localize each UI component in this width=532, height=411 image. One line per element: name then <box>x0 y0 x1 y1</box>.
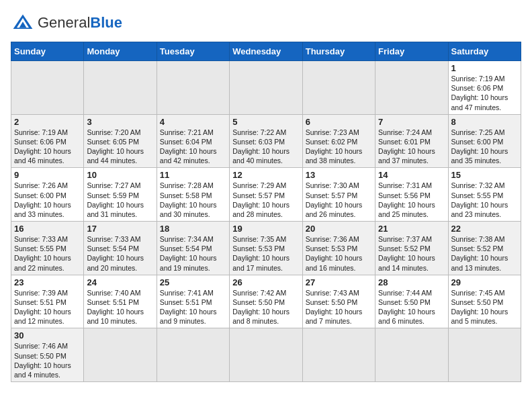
calendar-cell <box>84 61 157 115</box>
weekday-tuesday: Tuesday <box>157 42 229 61</box>
calendar-cell <box>302 61 375 115</box>
calendar-cell <box>157 328 229 382</box>
day-number: 10 <box>87 170 153 180</box>
week-row-1: 1Sunrise: 7:19 AM Sunset: 6:06 PM Daylig… <box>11 61 521 115</box>
calendar-cell <box>375 61 448 115</box>
calendar-cell: 19Sunrise: 7:35 AM Sunset: 5:53 PM Dayli… <box>230 222 302 275</box>
week-row-3: 9Sunrise: 7:26 AM Sunset: 6:00 PM Daylig… <box>11 168 521 222</box>
calendar-cell: 21Sunrise: 7:37 AM Sunset: 5:52 PM Dayli… <box>375 222 448 275</box>
generalblue-icon <box>11 11 35 35</box>
day-number: 3 <box>87 117 153 127</box>
calendar-cell <box>230 328 302 382</box>
calendar-cell: 11Sunrise: 7:28 AM Sunset: 5:58 PM Dayli… <box>157 168 229 222</box>
day-info: Sunrise: 7:37 AM Sunset: 5:52 PM Dayligh… <box>378 234 445 273</box>
weekday-header-row: SundayMondayTuesdayWednesdayThursdayFrid… <box>11 42 521 61</box>
week-row-2: 2Sunrise: 7:19 AM Sunset: 6:06 PM Daylig… <box>11 114 521 168</box>
day-info: Sunrise: 7:19 AM Sunset: 6:06 PM Dayligh… <box>451 74 518 112</box>
calendar-cell: 20Sunrise: 7:36 AM Sunset: 5:53 PM Dayli… <box>302 222 375 275</box>
calendar-cell: 28Sunrise: 7:44 AM Sunset: 5:50 PM Dayli… <box>375 275 448 328</box>
day-number: 29 <box>451 277 518 287</box>
day-info: Sunrise: 7:30 AM Sunset: 5:57 PM Dayligh… <box>306 181 372 219</box>
calendar-cell: 29Sunrise: 7:45 AM Sunset: 5:50 PM Dayli… <box>448 275 521 328</box>
calendar: SundayMondayTuesdayWednesdayThursdayFrid… <box>11 42 521 382</box>
day-info: Sunrise: 7:27 AM Sunset: 5:59 PM Dayligh… <box>87 181 153 219</box>
day-number: 22 <box>451 224 518 234</box>
calendar-cell: 18Sunrise: 7:34 AM Sunset: 5:54 PM Dayli… <box>157 222 229 275</box>
day-info: Sunrise: 7:23 AM Sunset: 6:02 PM Dayligh… <box>306 128 372 166</box>
day-info: Sunrise: 7:41 AM Sunset: 5:51 PM Dayligh… <box>160 288 226 326</box>
day-info: Sunrise: 7:32 AM Sunset: 5:55 PM Dayligh… <box>451 181 518 219</box>
calendar-cell: 12Sunrise: 7:29 AM Sunset: 5:57 PM Dayli… <box>230 168 302 222</box>
day-info: Sunrise: 7:42 AM Sunset: 5:50 PM Dayligh… <box>232 288 299 326</box>
day-number: 2 <box>14 117 81 127</box>
day-number: 27 <box>306 277 372 287</box>
calendar-cell: 2Sunrise: 7:19 AM Sunset: 6:06 PM Daylig… <box>11 114 84 168</box>
day-number: 21 <box>378 224 445 234</box>
calendar-cell: 3Sunrise: 7:20 AM Sunset: 6:05 PM Daylig… <box>84 114 157 168</box>
day-number: 25 <box>160 277 226 287</box>
page: GeneralBlue SundayMondayTuesdayWednesday… <box>0 0 532 387</box>
calendar-cell <box>157 61 229 115</box>
day-info: Sunrise: 7:45 AM Sunset: 5:50 PM Dayligh… <box>451 288 518 326</box>
day-number: 6 <box>306 117 372 127</box>
day-number: 5 <box>232 117 299 127</box>
calendar-cell: 16Sunrise: 7:33 AM Sunset: 5:55 PM Dayli… <box>11 222 84 275</box>
day-info: Sunrise: 7:24 AM Sunset: 6:01 PM Dayligh… <box>378 128 445 166</box>
day-number: 9 <box>14 170 81 180</box>
day-info: Sunrise: 7:29 AM Sunset: 5:57 PM Dayligh… <box>232 181 299 219</box>
day-number: 19 <box>232 224 299 234</box>
logo-text: GeneralBlue <box>38 15 122 30</box>
calendar-cell: 24Sunrise: 7:40 AM Sunset: 5:51 PM Dayli… <box>84 275 157 328</box>
day-number: 30 <box>14 330 81 340</box>
day-info: Sunrise: 7:38 AM Sunset: 5:52 PM Dayligh… <box>451 234 518 273</box>
day-info: Sunrise: 7:33 AM Sunset: 5:54 PM Dayligh… <box>87 234 153 273</box>
weekday-sunday: Sunday <box>11 42 84 61</box>
day-info: Sunrise: 7:19 AM Sunset: 6:06 PM Dayligh… <box>14 128 81 166</box>
day-number: 24 <box>87 277 153 287</box>
calendar-cell <box>302 328 375 382</box>
calendar-cell: 7Sunrise: 7:24 AM Sunset: 6:01 PM Daylig… <box>375 114 448 168</box>
calendar-cell: 10Sunrise: 7:27 AM Sunset: 5:59 PM Dayli… <box>84 168 157 222</box>
day-info: Sunrise: 7:35 AM Sunset: 5:53 PM Dayligh… <box>232 234 299 273</box>
day-number: 20 <box>306 224 372 234</box>
calendar-cell: 25Sunrise: 7:41 AM Sunset: 5:51 PM Dayli… <box>157 275 229 328</box>
calendar-cell: 13Sunrise: 7:30 AM Sunset: 5:57 PM Dayli… <box>302 168 375 222</box>
day-number: 4 <box>160 117 226 127</box>
calendar-cell <box>230 61 302 115</box>
logo-blue: Blue <box>90 14 122 31</box>
day-number: 23 <box>14 277 81 287</box>
day-number: 11 <box>160 170 226 180</box>
calendar-cell: 5Sunrise: 7:22 AM Sunset: 6:03 PM Daylig… <box>230 114 302 168</box>
calendar-cell: 1Sunrise: 7:19 AM Sunset: 6:06 PM Daylig… <box>448 61 521 115</box>
calendar-cell: 22Sunrise: 7:38 AM Sunset: 5:52 PM Dayli… <box>448 222 521 275</box>
day-number: 28 <box>378 277 445 287</box>
day-info: Sunrise: 7:39 AM Sunset: 5:51 PM Dayligh… <box>14 288 81 326</box>
weekday-friday: Friday <box>375 42 448 61</box>
calendar-cell: 14Sunrise: 7:31 AM Sunset: 5:56 PM Dayli… <box>375 168 448 222</box>
calendar-cell: 27Sunrise: 7:43 AM Sunset: 5:50 PM Dayli… <box>302 275 375 328</box>
calendar-cell: 26Sunrise: 7:42 AM Sunset: 5:50 PM Dayli… <box>230 275 302 328</box>
calendar-cell: 8Sunrise: 7:25 AM Sunset: 6:00 PM Daylig… <box>448 114 521 168</box>
week-row-4: 16Sunrise: 7:33 AM Sunset: 5:55 PM Dayli… <box>11 222 521 275</box>
day-number: 7 <box>378 117 445 127</box>
day-info: Sunrise: 7:25 AM Sunset: 6:00 PM Dayligh… <box>451 128 518 166</box>
calendar-cell: 30Sunrise: 7:46 AM Sunset: 5:50 PM Dayli… <box>11 328 84 382</box>
day-info: Sunrise: 7:44 AM Sunset: 5:50 PM Dayligh… <box>378 288 445 326</box>
logo: GeneralBlue <box>11 11 122 35</box>
day-number: 12 <box>232 170 299 180</box>
day-number: 13 <box>306 170 372 180</box>
calendar-cell <box>84 328 157 382</box>
day-info: Sunrise: 7:31 AM Sunset: 5:56 PM Dayligh… <box>378 181 445 219</box>
calendar-cell: 6Sunrise: 7:23 AM Sunset: 6:02 PM Daylig… <box>302 114 375 168</box>
calendar-cell: 4Sunrise: 7:21 AM Sunset: 6:04 PM Daylig… <box>157 114 229 168</box>
calendar-cell <box>448 328 521 382</box>
week-row-6: 30Sunrise: 7:46 AM Sunset: 5:50 PM Dayli… <box>11 328 521 382</box>
day-info: Sunrise: 7:43 AM Sunset: 5:50 PM Dayligh… <box>306 288 372 326</box>
day-info: Sunrise: 7:28 AM Sunset: 5:58 PM Dayligh… <box>160 181 226 219</box>
day-number: 1 <box>451 63 518 73</box>
calendar-cell: 23Sunrise: 7:39 AM Sunset: 5:51 PM Dayli… <box>11 275 84 328</box>
day-number: 8 <box>451 117 518 127</box>
day-info: Sunrise: 7:20 AM Sunset: 6:05 PM Dayligh… <box>87 128 153 166</box>
week-row-5: 23Sunrise: 7:39 AM Sunset: 5:51 PM Dayli… <box>11 275 521 328</box>
day-info: Sunrise: 7:46 AM Sunset: 5:50 PM Dayligh… <box>14 341 81 379</box>
